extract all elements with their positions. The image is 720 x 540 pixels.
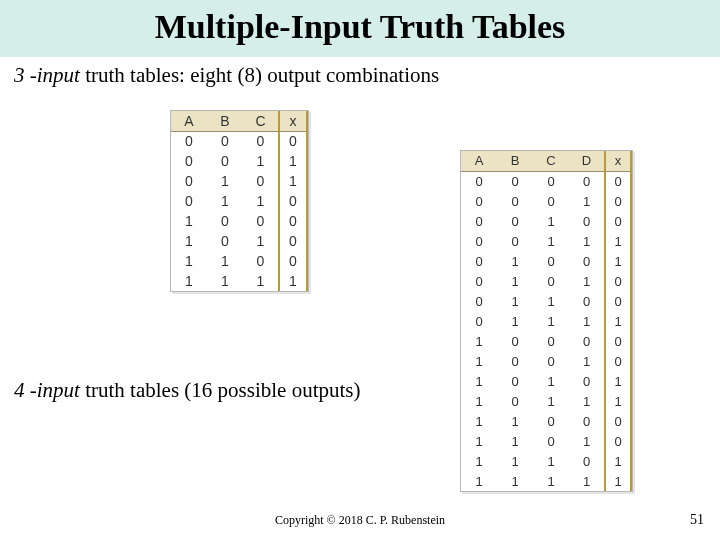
table-cell: 1 [207,171,243,191]
table-row: 10000 [461,331,631,351]
table-cell: 0 [207,151,243,171]
table-cell: 1 [171,231,207,251]
table-cell: 1 [605,311,631,331]
table-cell: 0 [497,351,533,371]
table-cell: 0 [171,191,207,211]
table-cell: 1 [497,411,533,431]
subtitle-4input-lead: 4 -input [14,378,80,402]
table-cell: 1 [569,231,605,251]
table-cell: 0 [605,351,631,371]
truth-table-4input-table: A B C D x 000000001000100001110100101010… [461,151,632,491]
table-cell: 1 [533,451,569,471]
table-cell: 1 [279,271,307,291]
table-cell: 1 [461,451,497,471]
table-cell: 1 [533,211,569,231]
table-cell: 1 [605,391,631,411]
table-cell: 0 [243,211,279,231]
table-row: 10111 [461,391,631,411]
table-cell: 1 [605,451,631,471]
col-header-D: D [569,151,605,171]
col-header-B: B [497,151,533,171]
table-cell: 0 [207,131,243,151]
table-cell: 1 [207,251,243,271]
table-cell: 1 [207,271,243,291]
subtitle-4input-rest: truth tables (16 possible outputs) [80,378,361,402]
truth-table-3input: A B C x 00000011010101101000101011001111 [170,110,309,292]
col-header-A: A [461,151,497,171]
table-cell: 1 [497,271,533,291]
table-row: 11101 [461,451,631,471]
table-cell: 0 [497,331,533,351]
table-row: 0101 [171,171,307,191]
table-row: 01111 [461,311,631,331]
subtitle-3input-lead: 3 -input [14,63,80,87]
table-cell: 1 [461,471,497,491]
table-cell: 0 [569,211,605,231]
table-cell: 0 [279,191,307,211]
table-cell: 0 [497,231,533,251]
table-cell: 0 [533,411,569,431]
col-header-B: B [207,111,243,131]
table-cell: 0 [533,191,569,211]
truth-table-4input: A B C D x 000000001000100001110100101010… [460,150,633,492]
table-header-row: A B C D x [461,151,631,171]
copyright-footer: Copyright © 2018 C. P. Rubenstein [0,513,720,528]
table-cell: 0 [605,271,631,291]
table-cell: 0 [569,251,605,271]
table-cell: 0 [497,191,533,211]
table-cell: 1 [605,471,631,491]
table-row: 0110 [171,191,307,211]
table-row: 11010 [461,431,631,451]
table-cell: 1 [569,391,605,411]
table-cell: 0 [533,351,569,371]
table-cell: 1 [243,271,279,291]
table-cell: 0 [497,391,533,411]
table-cell: 1 [243,231,279,251]
table-cell: 0 [533,331,569,351]
table-cell: 1 [497,291,533,311]
slide-title: Multiple-Input Truth Tables [0,8,720,46]
table-cell: 1 [279,171,307,191]
col-header-x: x [605,151,631,171]
table-cell: 0 [569,171,605,191]
table-row: 00100 [461,211,631,231]
table-cell: 0 [461,291,497,311]
table-cell: 0 [569,371,605,391]
table-row: 1000 [171,211,307,231]
title-band: Multiple-Input Truth Tables [0,0,720,57]
table-cell: 0 [243,251,279,271]
table-cell: 0 [605,291,631,311]
table-cell: 0 [605,171,631,191]
table-cell: 0 [569,331,605,351]
table-row: 00111 [461,231,631,251]
table-cell: 0 [605,411,631,431]
table-cell: 0 [461,171,497,191]
table-cell: 1 [533,391,569,411]
table-cell: 0 [461,311,497,331]
table-cell: 0 [461,191,497,211]
table-cell: 0 [461,251,497,271]
truth-table-3input-table: A B C x 00000011010101101000101011001111 [171,111,308,291]
table-row: 01001 [461,251,631,271]
table-cell: 1 [497,251,533,271]
table-cell: 1 [605,231,631,251]
table-cell: 0 [461,271,497,291]
table-cell: 0 [533,251,569,271]
table-cell: 1 [569,271,605,291]
table-cell: 0 [605,331,631,351]
col-header-C: C [533,151,569,171]
table-header-row: A B C x [171,111,307,131]
subtitle-3input: 3 -input truth tables: eight (8) output … [14,63,706,88]
table-cell: 1 [171,251,207,271]
table-cell: 1 [533,231,569,251]
table-cell: 0 [497,371,533,391]
table-cell: 1 [171,211,207,231]
table-cell: 0 [279,131,307,151]
table-cell: 1 [497,451,533,471]
table-cell: 1 [497,471,533,491]
col-header-x: x [279,111,307,131]
table-cell: 1 [461,351,497,371]
table-cell: 1 [243,151,279,171]
table-cell: 1 [569,351,605,371]
table-row: 1100 [171,251,307,271]
